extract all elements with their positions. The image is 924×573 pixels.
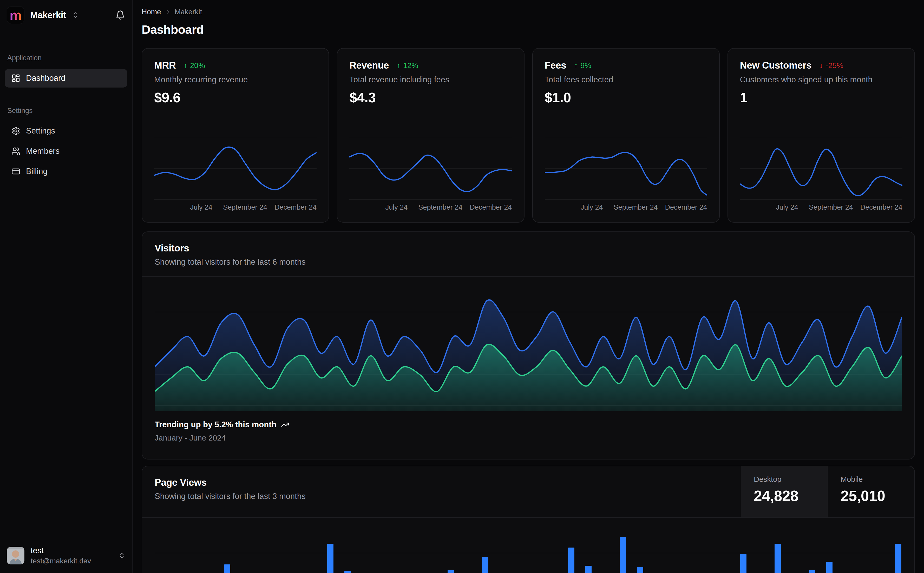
sidebar-item-members[interactable]: Members xyxy=(5,142,127,161)
x-tick: December 24 xyxy=(470,204,512,211)
dashboard-icon xyxy=(11,74,20,83)
sidebar-item-label: Dashboard xyxy=(26,74,66,83)
bar xyxy=(826,562,833,573)
bar xyxy=(620,537,626,573)
sidebar-nav-settings: Settings Members Billing xyxy=(5,122,127,181)
trend-badge: ↑ 20% xyxy=(184,61,205,70)
x-tick: September 24 xyxy=(419,204,463,211)
trend-up-icon: ↑ xyxy=(184,61,187,70)
page-views-bar-chart xyxy=(155,523,901,573)
sidebar-item-label: Members xyxy=(26,147,60,156)
x-axis-labels: July 24 September 24 December 24 xyxy=(740,204,902,215)
visitors-title: Visitors xyxy=(155,243,902,254)
sidebar-section-application: Application xyxy=(7,54,125,62)
tab-label: Mobile xyxy=(841,475,915,484)
settings-icon xyxy=(11,127,20,135)
breadcrumb-current: Makerkit xyxy=(175,8,202,16)
x-tick: September 24 xyxy=(613,204,658,211)
user-email: test@makerkit.dev xyxy=(31,557,91,565)
visitors-area-chart xyxy=(155,281,902,411)
trending-up-icon xyxy=(281,421,289,429)
tab-desktop[interactable]: Desktop 24,828 xyxy=(741,466,828,517)
x-tick: December 24 xyxy=(665,204,707,211)
makerkit-logo: m xyxy=(7,6,24,24)
trend-value: 9% xyxy=(580,61,591,70)
stat-value: $9.6 xyxy=(154,89,317,105)
page-views-tabs: Desktop 24,828 Mobile 25,010 xyxy=(741,466,915,517)
trend-down-icon: ↓ xyxy=(819,61,823,70)
x-tick: July 24 xyxy=(386,204,408,211)
billing-icon xyxy=(11,167,20,176)
sidebar-item-label: Billing xyxy=(26,167,47,176)
stat-value: $1.0 xyxy=(545,89,707,105)
x-tick: September 24 xyxy=(223,204,267,211)
bar xyxy=(637,567,643,573)
sparkline-chart xyxy=(349,135,512,200)
tab-value: 25,010 xyxy=(841,487,915,504)
workspace-selector[interactable]: m Makerkit xyxy=(5,0,127,24)
x-tick: September 24 xyxy=(809,204,853,211)
stat-cards-row: MRR ↑ 20% Monthly recurring revenue $9.6… xyxy=(142,48,915,222)
stat-card-new-customers: New Customers ↓ -25% Customers who signe… xyxy=(728,48,915,222)
workspace-name: Makerkit xyxy=(30,10,66,20)
x-tick: July 24 xyxy=(190,204,213,211)
trend-badge: ↓ -25% xyxy=(819,61,843,70)
bar xyxy=(447,570,454,573)
trend-value: -25% xyxy=(826,61,843,70)
tab-value: 24,828 xyxy=(754,487,828,504)
trend-value: 12% xyxy=(403,61,418,70)
stat-value: $4.3 xyxy=(349,89,512,105)
sidebar-item-settings[interactable]: Settings xyxy=(5,122,127,140)
chevrons-up-down-icon[interactable] xyxy=(72,11,79,19)
trend-value: 20% xyxy=(190,61,205,70)
sidebar-item-label: Settings xyxy=(26,126,55,136)
bar xyxy=(568,548,574,573)
trend-up-icon: ↑ xyxy=(397,61,400,70)
sparkline-chart xyxy=(740,135,902,200)
bar xyxy=(344,571,351,573)
makerkit-logo-letter: m xyxy=(9,8,22,22)
bar xyxy=(740,554,747,573)
x-tick: July 24 xyxy=(776,204,798,211)
trend-badge: ↑ 12% xyxy=(397,61,418,70)
sidebar: m Makerkit Application Dashboard Setting… xyxy=(0,0,133,573)
bar xyxy=(224,564,230,573)
stat-description: Total fees collected xyxy=(545,75,707,85)
stat-title: Revenue xyxy=(349,60,389,71)
bar xyxy=(809,570,815,573)
page-title: Dashboard xyxy=(142,22,915,37)
visitors-footer: Trending up by 5.2% this month January -… xyxy=(142,411,915,442)
main-content: Home Makerkit Dashboard MRR ↑ 20% Monthl… xyxy=(133,0,924,573)
x-tick: July 24 xyxy=(580,204,603,211)
bar xyxy=(585,566,591,573)
sidebar-item-dashboard[interactable]: Dashboard xyxy=(5,69,127,88)
bell-icon[interactable] xyxy=(115,10,125,20)
page-views-header: Page Views Showing total visitors for th… xyxy=(142,466,915,518)
x-tick: December 24 xyxy=(275,204,317,211)
stat-description: Customers who signed up this month xyxy=(740,75,902,85)
trend-badge: ↑ 9% xyxy=(574,61,591,70)
x-axis-labels: July 24 September 24 December 24 xyxy=(349,204,512,215)
visitors-card: Visitors Showing total visitors for the … xyxy=(142,232,915,459)
stat-card-mrr: MRR ↑ 20% Monthly recurring revenue $9.6… xyxy=(142,48,329,222)
stat-card-revenue: Revenue ↑ 12% Total revenue including fe… xyxy=(337,48,524,222)
tab-mobile[interactable]: Mobile 25,010 xyxy=(828,466,915,517)
bar xyxy=(482,557,488,573)
user-menu[interactable]: test test@makerkit.dev xyxy=(7,546,125,565)
visitors-header: Visitors Showing total visitors for the … xyxy=(142,232,915,277)
page-views-title: Page Views xyxy=(155,477,728,488)
chevrons-up-down-icon xyxy=(119,552,125,559)
sidebar-item-billing[interactable]: Billing xyxy=(5,162,127,181)
page-views-card: Page Views Showing total visitors for th… xyxy=(142,466,915,573)
x-tick: December 24 xyxy=(860,204,902,211)
stat-value: 1 xyxy=(740,89,902,105)
visitors-subtitle: Showing total visitors for the last 6 mo… xyxy=(155,257,902,267)
sparkline-chart xyxy=(154,135,317,200)
visitors-date-range: January - June 2024 xyxy=(155,434,902,442)
breadcrumb: Home Makerkit xyxy=(142,0,915,16)
stat-description: Monthly recurring revenue xyxy=(154,75,317,85)
x-axis-labels: July 24 September 24 December 24 xyxy=(545,204,707,215)
breadcrumb-home-link[interactable]: Home xyxy=(142,8,161,16)
sidebar-section-settings: Settings xyxy=(7,107,125,115)
bar xyxy=(895,544,901,573)
